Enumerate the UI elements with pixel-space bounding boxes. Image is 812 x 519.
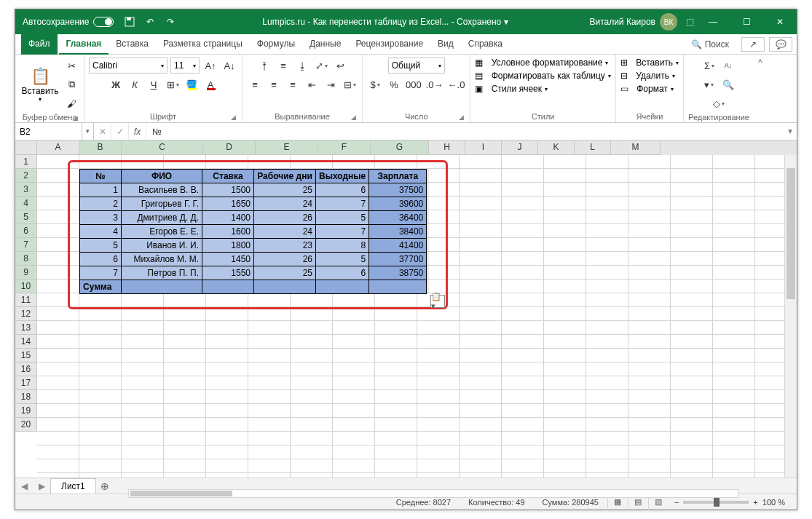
align-bottom-icon[interactable]: ⭳: [294, 58, 310, 74]
autosave-switch[interactable]: Автосохранение: [15, 17, 114, 27]
tab-file[interactable]: Файл: [21, 34, 58, 55]
name-box[interactable]: B2: [15, 123, 82, 140]
vertical-scrollbar[interactable]: [784, 155, 797, 478]
comments-button[interactable]: 💬: [769, 37, 792, 52]
row-header[interactable]: 10: [15, 280, 37, 293]
font-color-icon[interactable]: A: [202, 76, 218, 92]
tab-help[interactable]: Справка: [461, 34, 510, 55]
shrink-font-icon[interactable]: A↓: [221, 58, 237, 74]
grow-font-icon[interactable]: A↑: [202, 58, 218, 74]
currency-icon[interactable]: $: [367, 76, 383, 92]
row-header[interactable]: 9: [15, 266, 37, 280]
paste-button[interactable]: 📋 Вставить ▾: [20, 67, 60, 103]
format-painter-icon[interactable]: 🖌: [63, 95, 79, 111]
minimize-button[interactable]: —: [696, 9, 730, 34]
ribbon-options-icon[interactable]: ⬚: [683, 17, 696, 27]
zoom-level[interactable]: 100 %: [762, 498, 785, 507]
row-header[interactable]: 18: [15, 390, 37, 404]
cut-icon[interactable]: ✂: [63, 58, 79, 74]
row-header[interactable]: 14: [15, 335, 37, 349]
font-name[interactable]: Calibri▾: [89, 58, 167, 74]
close-button[interactable]: ✕: [763, 9, 797, 34]
indent-inc-icon[interactable]: ⇥: [323, 76, 339, 92]
col-header[interactable]: E: [256, 140, 318, 155]
border-icon[interactable]: ⊞: [165, 76, 181, 92]
collapse-ribbon-icon[interactable]: ^: [754, 55, 767, 122]
orientation-icon[interactable]: ⤢: [313, 58, 329, 74]
fill-color-icon[interactable]: 🪣: [184, 76, 200, 92]
autosum-icon[interactable]: Σ: [701, 58, 717, 74]
col-header[interactable]: F: [318, 140, 371, 155]
col-header[interactable]: H: [429, 140, 465, 155]
col-header[interactable]: B: [79, 140, 122, 155]
launcher-icon[interactable]: ◢: [73, 114, 78, 122]
maximize-button[interactable]: ☐: [730, 9, 763, 34]
col-header[interactable]: K: [538, 140, 575, 155]
zoom-slider[interactable]: [683, 501, 749, 504]
avatar[interactable]: ВК: [660, 13, 677, 31]
underline-button[interactable]: Ч: [146, 76, 162, 92]
copy-icon[interactable]: ⧉: [63, 76, 79, 92]
save-icon[interactable]: [124, 16, 135, 28]
row-header[interactable]: 12: [15, 307, 37, 321]
col-header[interactable]: A: [37, 140, 79, 155]
fx-icon[interactable]: fx: [129, 123, 146, 140]
sheet-tab[interactable]: Лист1: [50, 478, 96, 494]
tab-layout[interactable]: Разметка страницы: [156, 34, 250, 55]
launcher-icon[interactable]: ◢: [231, 114, 236, 121]
align-right-icon[interactable]: ≡: [285, 76, 301, 92]
find-icon[interactable]: 🔍: [720, 76, 736, 92]
col-header[interactable]: D: [203, 140, 256, 155]
worksheet-grid[interactable]: ABCDEFGHIJKLM 12345678910111213141516171…: [15, 140, 797, 478]
sheet-nav-prev[interactable]: ◀: [15, 481, 33, 491]
enter-icon[interactable]: ✓: [111, 123, 129, 140]
launcher-icon[interactable]: ◢: [351, 114, 356, 121]
tab-data[interactable]: Данные: [302, 34, 348, 55]
tab-home[interactable]: Главная: [59, 34, 109, 55]
launcher-icon[interactable]: ◢: [459, 114, 464, 121]
formula-input[interactable]: №: [146, 123, 784, 140]
merge-icon[interactable]: ⊟: [342, 76, 358, 92]
row-header[interactable]: 13: [15, 321, 37, 335]
italic-button[interactable]: К: [127, 76, 143, 92]
search-box[interactable]: 🔍 Поиск: [683, 37, 737, 52]
row-header[interactable]: 5: [15, 210, 37, 224]
row-header[interactable]: 17: [15, 376, 37, 390]
sheet-nav-next[interactable]: ▶: [33, 481, 50, 491]
bold-button[interactable]: Ж: [108, 76, 124, 92]
row-header[interactable]: 19: [15, 404, 37, 418]
tab-insert[interactable]: Вставка: [109, 34, 156, 55]
row-header[interactable]: 7: [15, 238, 37, 252]
col-header[interactable]: I: [465, 140, 502, 155]
undo-icon[interactable]: ↶: [144, 16, 156, 28]
zoom-out-button[interactable]: −: [674, 498, 679, 507]
cancel-icon[interactable]: ✕: [94, 123, 111, 140]
cell-styles-button[interactable]: ▣ Стили ячеек ▾: [475, 84, 548, 94]
row-header[interactable]: 2: [15, 169, 37, 183]
row-header[interactable]: 20: [15, 418, 37, 432]
row-header[interactable]: 15: [15, 349, 37, 362]
col-header[interactable]: J: [502, 140, 538, 155]
col-header[interactable]: M: [611, 140, 661, 155]
align-top-icon[interactable]: ⭱: [256, 58, 272, 74]
col-header[interactable]: G: [371, 140, 429, 155]
share-button[interactable]: ↗: [741, 37, 765, 52]
delete-cells-button[interactable]: ⊟ Удалить ▾: [620, 71, 675, 81]
align-middle-icon[interactable]: ≡: [275, 58, 291, 74]
comma-icon[interactable]: 000: [405, 76, 422, 92]
inc-decimal-icon[interactable]: .0→: [425, 76, 444, 92]
paste-options-icon[interactable]: 📋▾: [430, 295, 445, 308]
insert-cells-button[interactable]: ⊞ Вставить ▾: [620, 58, 679, 68]
zoom-in-button[interactable]: +: [753, 498, 757, 507]
sort-filter-icon[interactable]: A↓: [720, 58, 736, 74]
font-size[interactable]: 11▾: [170, 58, 200, 74]
tab-review[interactable]: Рецензирование: [348, 34, 430, 55]
dec-decimal-icon[interactable]: ←.0: [447, 76, 466, 92]
col-header[interactable]: L: [575, 140, 611, 155]
redo-icon[interactable]: ↷: [165, 16, 176, 28]
tab-formulas[interactable]: Формулы: [250, 34, 302, 55]
fill-icon[interactable]: ▾: [701, 76, 717, 92]
tab-view[interactable]: Вид: [430, 34, 461, 55]
align-left-icon[interactable]: ≡: [247, 76, 263, 92]
format-table-button[interactable]: ▤ Форматировать как таблицу ▾: [475, 71, 610, 81]
